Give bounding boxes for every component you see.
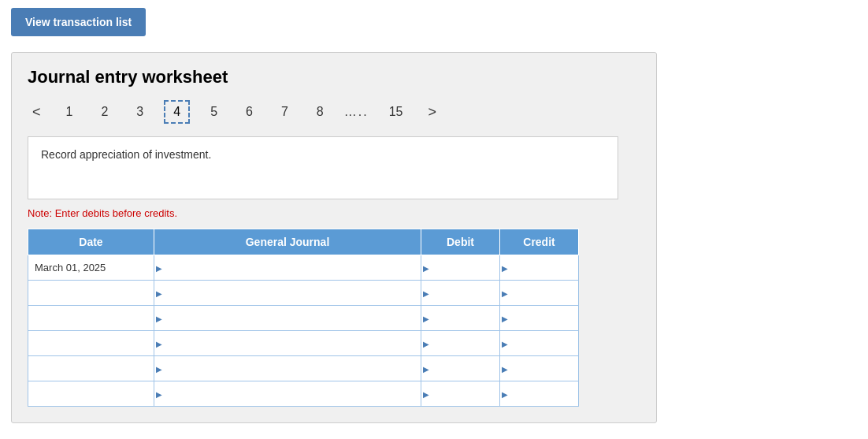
credit-input-2[interactable]: [500, 281, 578, 305]
journal-cell-2[interactable]: [154, 281, 421, 306]
description-text: Record appreciation of investment.: [41, 148, 211, 161]
header-debit: Debit: [421, 229, 500, 255]
journal-cell-3[interactable]: [154, 306, 421, 331]
credit-input-1[interactable]: [500, 255, 578, 280]
journal-input-5[interactable]: [154, 356, 421, 381]
debit-input-3[interactable]: [421, 306, 499, 330]
description-box: Record appreciation of investment.: [28, 136, 618, 199]
note-text: Note: Enter debits before credits.: [28, 207, 640, 219]
table-row: [28, 331, 579, 356]
pagination: < 1 2 3 4 5 6 7 8 ….. 15 >: [28, 100, 640, 124]
page-2[interactable]: 2: [93, 102, 116, 122]
debit-input-5[interactable]: [421, 356, 499, 381]
page-ellipsis: …..: [344, 105, 369, 119]
debit-cell-6[interactable]: [421, 381, 500, 407]
debit-cell-4[interactable]: [421, 331, 500, 356]
credit-cell-1[interactable]: [500, 255, 579, 281]
page-15[interactable]: 15: [381, 102, 411, 122]
debit-cell-3[interactable]: [421, 306, 500, 331]
credit-cell-3[interactable]: [500, 306, 579, 331]
page-3[interactable]: 3: [128, 102, 151, 122]
journal-input-1[interactable]: [154, 255, 421, 280]
header-date: Date: [28, 229, 154, 255]
credit-input-3[interactable]: [500, 306, 578, 330]
date-cell-1: March 01, 2025: [28, 255, 154, 281]
table-row: [28, 281, 579, 306]
journal-input-6[interactable]: [154, 381, 421, 406]
credit-input-5[interactable]: [500, 356, 578, 381]
page-7[interactable]: 7: [273, 102, 296, 122]
journal-cell-6[interactable]: [154, 381, 421, 407]
debit-input-6[interactable]: [421, 381, 499, 406]
debit-cell-5[interactable]: [421, 356, 500, 381]
credit-cell-6[interactable]: [500, 381, 579, 407]
journal-input-2[interactable]: [154, 281, 421, 305]
prev-page-button[interactable]: <: [28, 102, 46, 122]
next-page-button[interactable]: >: [423, 102, 441, 122]
debit-cell-2[interactable]: [421, 281, 500, 306]
journal-cell-5[interactable]: [154, 356, 421, 381]
date-cell-6: [28, 381, 154, 407]
page-6[interactable]: 6: [238, 102, 261, 122]
debit-cell-1[interactable]: [421, 255, 500, 281]
page-4[interactable]: 4: [164, 100, 190, 124]
header-credit: Credit: [500, 229, 579, 255]
view-transaction-list-button[interactable]: View transaction list: [11, 8, 146, 36]
credit-input-4[interactable]: [500, 331, 578, 355]
credit-cell-4[interactable]: [500, 331, 579, 356]
header-journal: General Journal: [154, 229, 421, 255]
journal-table: Date General Journal Debit Credit March …: [28, 229, 579, 407]
page-1[interactable]: 1: [58, 102, 81, 122]
debit-input-2[interactable]: [421, 281, 499, 305]
worksheet-container: Journal entry worksheet < 1 2 3 4 5 6 7 …: [11, 52, 657, 423]
date-cell-4: [28, 331, 154, 356]
date-cell-3: [28, 306, 154, 331]
journal-input-4[interactable]: [154, 331, 421, 355]
credit-cell-2[interactable]: [500, 281, 579, 306]
credit-cell-5[interactable]: [500, 356, 579, 381]
table-row: [28, 381, 579, 407]
date-cell-2: [28, 281, 154, 306]
journal-cell-4[interactable]: [154, 331, 421, 356]
debit-input-1[interactable]: [421, 255, 499, 280]
date-cell-5: [28, 356, 154, 381]
table-row: [28, 306, 579, 331]
page-8[interactable]: 8: [309, 102, 332, 122]
table-row: March 01, 2025: [28, 255, 579, 281]
page-5[interactable]: 5: [202, 102, 225, 122]
worksheet-title: Journal entry worksheet: [28, 67, 640, 87]
debit-input-4[interactable]: [421, 331, 499, 355]
table-row: [28, 356, 579, 381]
journal-input-3[interactable]: [154, 306, 421, 330]
journal-cell-1[interactable]: [154, 255, 421, 281]
credit-input-6[interactable]: [500, 381, 578, 406]
